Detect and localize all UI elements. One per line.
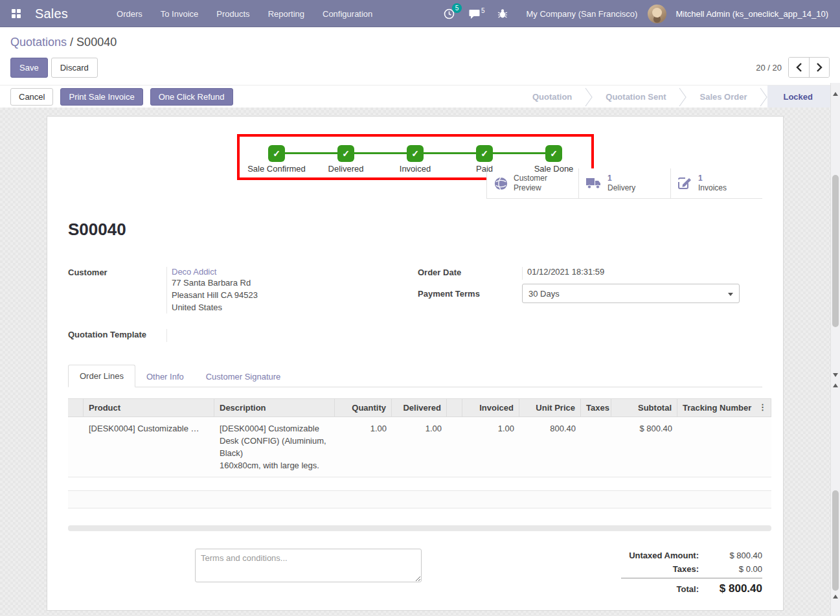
- handle-column-header: [68, 399, 84, 416]
- status-step-sales-order[interactable]: Sales Order: [687, 86, 760, 108]
- quotation-template-label: Quotation Template: [68, 329, 166, 342]
- row-handle[interactable]: [68, 417, 84, 477]
- customer-link[interactable]: Deco Addict: [172, 267, 216, 277]
- breadcrumb: Quotations / S00040: [10, 36, 830, 49]
- chevron-left-icon: [796, 63, 802, 72]
- optional-columns-icon[interactable]: ⋮: [756, 402, 769, 412]
- col-spacer: [447, 399, 462, 416]
- save-button[interactable]: Save: [10, 58, 48, 78]
- cell-invoiced[interactable]: 1.00: [462, 417, 519, 477]
- check-icon: ✓: [407, 145, 424, 162]
- pager-previous-button[interactable]: [789, 58, 809, 77]
- tab-other-info[interactable]: Other Info: [135, 366, 195, 387]
- main-menu: Orders To Invoice Products Reporting Con…: [108, 5, 381, 23]
- company-switcher[interactable]: My Company (San Francisco): [517, 9, 644, 19]
- user-avatar[interactable]: [648, 5, 666, 23]
- tracker-step-sale-confirmed: ✓ Sale Confirmed: [242, 145, 312, 174]
- col-description[interactable]: Description: [214, 399, 335, 416]
- statusbar-steps: Quotation Quotation Sent Sales Order Loc…: [519, 86, 840, 108]
- form-statusbar: Cancel Print Sale Invoice One Click Refu…: [0, 85, 840, 109]
- table-row[interactable]: [DESK0004] Customizable … [DESK0004] Cus…: [68, 417, 771, 477]
- cell-taxes[interactable]: [581, 417, 611, 477]
- apps-menu-button[interactable]: [5, 3, 27, 25]
- user-menu[interactable]: Mitchell Admin (ks_oneclick_app_14_10): [670, 9, 831, 19]
- empty-table-band: [68, 490, 771, 508]
- chevron-down-icon: [728, 293, 733, 296]
- pager-value: 20 / 20: [756, 63, 782, 73]
- vertical-scrollbar[interactable]: [830, 83, 840, 616]
- scroll-up-arrow-icon[interactable]: [833, 383, 838, 387]
- edit-invoice-icon: [677, 176, 693, 190]
- totals-block: Untaxed Amount: $ 800.40 Taxes: $ 0.00 T…: [621, 549, 762, 597]
- message-count: 5: [481, 7, 485, 14]
- cell-tracking[interactable]: [677, 417, 771, 477]
- cell-description[interactable]: [DESK0004] Customizable Desk (CONFIG) (A…: [214, 417, 335, 477]
- check-icon: ✓: [545, 145, 562, 162]
- order-date-value: 01/12/2021 18:31:59: [522, 267, 740, 280]
- debug-button[interactable]: [492, 6, 513, 21]
- step-separator-icon: [585, 87, 593, 107]
- menu-configuration[interactable]: Configuration: [314, 5, 381, 23]
- tab-customer-signature[interactable]: Customer Signature: [195, 366, 292, 387]
- table-header-row: Product Description Quantity Delivered I…: [68, 398, 771, 417]
- scrollbar-thumb[interactable]: [832, 175, 839, 327]
- col-invoiced[interactable]: Invoiced: [462, 399, 519, 416]
- cell-product[interactable]: [DESK0004] Customizable …: [84, 417, 214, 477]
- pager: 20 / 20: [756, 57, 830, 78]
- invoices-button[interactable]: 1 Invoices: [670, 168, 762, 199]
- status-step-locked[interactable]: Locked: [767, 86, 840, 108]
- quotation-template-input[interactable]: [166, 329, 402, 342]
- step-separator-icon: [679, 87, 687, 107]
- activities-button[interactable]: 5: [438, 6, 460, 22]
- record-title: S00040: [68, 220, 762, 240]
- status-step-quotation[interactable]: Quotation: [519, 86, 585, 108]
- order-progress-tracker-highlight: ✓ Sale Confirmed ✓ Delivered ✓ Invoiced …: [237, 134, 594, 180]
- cancel-button[interactable]: Cancel: [10, 88, 53, 106]
- cell-quantity[interactable]: 1.00: [335, 417, 392, 477]
- tracker-step-invoiced: ✓ Invoiced: [381, 145, 450, 174]
- col-quantity[interactable]: Quantity: [335, 399, 392, 416]
- check-icon: ✓: [268, 145, 285, 162]
- scroll-up-arrow-icon[interactable]: [833, 92, 838, 96]
- totals-divider: [621, 578, 762, 578]
- horizontal-scrollbar[interactable]: [68, 525, 771, 531]
- app-title[interactable]: Sales: [35, 6, 68, 21]
- notebook-tabs: Order Lines Other Info Customer Signatur…: [68, 364, 762, 387]
- col-subtotal[interactable]: Subtotal: [611, 399, 677, 416]
- scrollbar-thumb[interactable]: [832, 490, 839, 591]
- scroll-down-arrow-icon[interactable]: [833, 373, 838, 377]
- terms-and-conditions-input[interactable]: [195, 549, 422, 582]
- globe-icon: [494, 176, 508, 191]
- menu-orders[interactable]: Orders: [108, 5, 151, 23]
- tab-order-lines[interactable]: Order Lines: [68, 365, 135, 387]
- scroll-up-arrow-icon[interactable]: [833, 595, 838, 599]
- col-taxes[interactable]: Taxes: [581, 399, 611, 416]
- one-click-refund-button[interactable]: One Click Refund: [150, 88, 233, 106]
- payment-terms-label: Payment Terms: [418, 284, 522, 303]
- total-row: Total: $ 800.40: [621, 580, 762, 597]
- untaxed-amount-row: Untaxed Amount: $ 800.40: [621, 549, 762, 562]
- breadcrumb-quotations-link[interactable]: Quotations: [10, 36, 67, 49]
- breadcrumb-current: S00040: [76, 36, 117, 49]
- activity-count-badge: 5: [452, 3, 462, 13]
- top-navbar: Sales Orders To Invoice Products Reporti…: [0, 0, 840, 27]
- messages-button[interactable]: 5: [464, 6, 489, 21]
- pager-next-button[interactable]: [809, 58, 829, 77]
- col-product[interactable]: Product: [84, 399, 214, 416]
- print-sale-invoice-button[interactable]: Print Sale Invoice: [60, 88, 142, 106]
- discard-button[interactable]: Discard: [51, 58, 98, 78]
- menu-reporting[interactable]: Reporting: [260, 5, 313, 23]
- status-step-quotation-sent[interactable]: Quotation Sent: [593, 86, 679, 108]
- form-sheet: ✓ Sale Confirmed ✓ Delivered ✓ Invoiced …: [47, 116, 784, 611]
- order-progress-tracker: ✓ Sale Confirmed ✓ Delivered ✓ Invoiced …: [242, 145, 589, 174]
- col-unit-price[interactable]: Unit Price: [519, 399, 581, 416]
- menu-to-invoice[interactable]: To Invoice: [152, 5, 207, 23]
- cell-unit-price[interactable]: 800.40: [519, 417, 581, 477]
- payment-terms-select[interactable]: 30 Days: [522, 284, 740, 303]
- cell-delivered[interactable]: 1.00: [392, 417, 447, 477]
- chevron-right-icon: [816, 63, 823, 72]
- cell-subtotal[interactable]: $ 800.40: [611, 417, 677, 477]
- col-delivered[interactable]: Delivered: [392, 399, 447, 416]
- delivery-button[interactable]: 1 Delivery: [578, 168, 670, 199]
- menu-products[interactable]: Products: [208, 5, 258, 23]
